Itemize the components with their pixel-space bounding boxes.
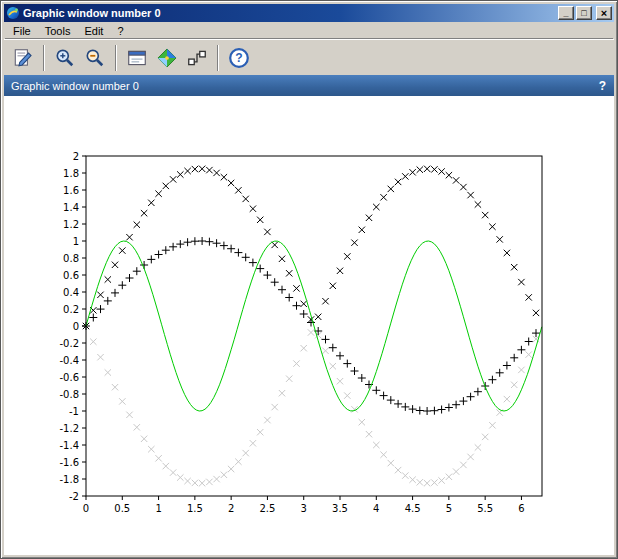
svg-text:1.8: 1.8 <box>63 168 79 179</box>
svg-text:1.4: 1.4 <box>63 202 79 213</box>
minimize-button[interactable]: _ <box>558 6 574 20</box>
menu-help[interactable]: ? <box>110 24 130 38</box>
app-icon <box>6 6 20 20</box>
entity-picker-button[interactable] <box>182 44 212 72</box>
figure-editor-button[interactable] <box>122 44 152 72</box>
svg-text:-0.6: -0.6 <box>59 372 79 383</box>
export-button[interactable] <box>8 44 38 72</box>
plot-svg: 00.511.522.533.544.555.5621.81.61.41.210… <box>4 96 614 555</box>
svg-text:-0.8: -0.8 <box>59 389 79 400</box>
svg-text:0: 0 <box>83 503 89 514</box>
svg-text:-1.2: -1.2 <box>59 423 79 434</box>
window-title: Graphic window number 0 <box>23 7 555 19</box>
rotate-3d-button[interactable] <box>152 44 182 72</box>
menu-file[interactable]: File <box>6 24 38 38</box>
svg-text:0.8: 0.8 <box>63 253 79 264</box>
svg-text:1: 1 <box>155 503 161 514</box>
svg-text:0: 0 <box>73 321 79 332</box>
toolbar-separator <box>217 45 219 71</box>
unzoom-icon <box>84 47 106 69</box>
entity-picker-icon <box>186 47 208 69</box>
svg-text:2.5: 2.5 <box>259 503 275 514</box>
svg-text:4: 4 <box>373 503 379 514</box>
toolbar: ? <box>4 39 614 75</box>
svg-text:0.5: 0.5 <box>114 503 130 514</box>
svg-text:-2: -2 <box>69 491 79 502</box>
svg-text:1: 1 <box>73 236 79 247</box>
maximize-button[interactable]: □ <box>576 6 592 20</box>
menu-edit[interactable]: Edit <box>77 24 110 38</box>
menu-tools[interactable]: Tools <box>38 24 78 38</box>
figure-editor-icon <box>126 47 148 69</box>
close-button[interactable]: × <box>596 6 612 20</box>
svg-text:1.2: 1.2 <box>63 219 79 230</box>
svg-text:5: 5 <box>446 503 452 514</box>
unzoom-button[interactable] <box>80 44 110 72</box>
zoom-in-icon <box>54 47 76 69</box>
toolbar-separator <box>115 45 117 71</box>
graphic-window: Graphic window number 0 _ □ × File Tools… <box>0 0 618 559</box>
svg-text:-1.6: -1.6 <box>59 457 79 468</box>
plot-canvas[interactable]: 00.511.522.533.544.555.5621.81.61.41.210… <box>4 96 614 555</box>
titlebar[interactable]: Graphic window number 0 _ □ × <box>4 4 614 22</box>
svg-text:1.5: 1.5 <box>187 503 203 514</box>
svg-text:1.6: 1.6 <box>63 185 79 196</box>
svg-text:-1.8: -1.8 <box>59 474 79 485</box>
svg-text:-0.4: -0.4 <box>59 355 79 366</box>
svg-text:2: 2 <box>73 151 79 162</box>
export-icon <box>12 47 34 69</box>
help-icon: ? <box>228 47 250 69</box>
svg-text:-0.2: -0.2 <box>59 338 79 349</box>
svg-text:?: ? <box>235 51 242 65</box>
window-controls: _ □ × <box>558 6 612 20</box>
svg-text:4.5: 4.5 <box>405 503 421 514</box>
menubar: File Tools Edit ? <box>4 22 614 39</box>
svg-text:3: 3 <box>301 503 307 514</box>
rotate-3d-icon <box>156 47 178 69</box>
zoom-in-button[interactable] <box>50 44 80 72</box>
svg-text:0.4: 0.4 <box>63 287 79 298</box>
svg-text:2: 2 <box>228 503 234 514</box>
svg-text:5.5: 5.5 <box>477 503 493 514</box>
help-button[interactable]: ? <box>224 44 254 72</box>
svg-text:-1: -1 <box>69 406 79 417</box>
svg-text:6: 6 <box>518 503 524 514</box>
svg-text:0.2: 0.2 <box>63 304 79 315</box>
svg-text:-1.4: -1.4 <box>59 440 79 451</box>
svg-text:0.6: 0.6 <box>63 270 79 281</box>
toolbar-separator <box>43 45 45 71</box>
svg-text:3.5: 3.5 <box>332 503 348 514</box>
panel-title: Graphic window number 0 <box>11 80 599 92</box>
panel-titlebar[interactable]: Graphic window number 0 ? <box>4 75 614 96</box>
panel-help-button[interactable]: ? <box>599 79 606 93</box>
